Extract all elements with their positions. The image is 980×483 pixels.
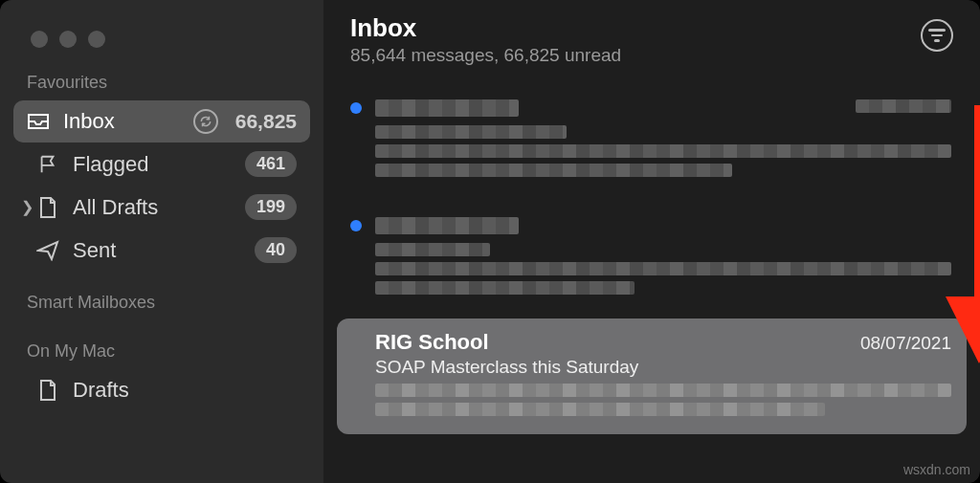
flagged-badge: 461 [245, 151, 297, 177]
message-list[interactable]: RIG School 08/07/2021 SOAP Masterclass t… [323, 77, 980, 483]
page-title: Inbox [350, 13, 621, 43]
document-icon [36, 196, 59, 219]
message-row[interactable] [337, 201, 967, 313]
message-date: 08/07/2021 [860, 333, 951, 354]
watermark: wsxdn.com [903, 462, 970, 477]
redacted-preview [375, 384, 951, 397]
all-drafts-label: All Drafts [73, 195, 232, 220]
send-icon [36, 240, 59, 261]
document-icon [36, 379, 59, 402]
flag-icon [36, 154, 59, 175]
inbox-label: Inbox [63, 109, 180, 134]
unread-dot-icon [350, 220, 362, 231]
main-header: Inbox 85,644 messages, 66,825 unread [323, 0, 980, 77]
sidebar-item-all-drafts[interactable]: ❯ All Drafts 199 [13, 186, 310, 229]
redacted-preview [375, 281, 635, 295]
redacted-preview [375, 262, 951, 275]
redacted-subject [375, 125, 567, 139]
sync-icon [193, 109, 218, 134]
redacted-sender [375, 217, 519, 234]
message-row[interactable] [337, 83, 967, 195]
filter-button[interactable] [921, 19, 953, 52]
local-drafts-label: Drafts [73, 378, 297, 403]
sidebar-item-flagged[interactable]: Flagged 461 [13, 143, 310, 186]
all-drafts-badge: 199 [245, 194, 297, 220]
section-favourites: Favourites [13, 73, 310, 100]
message-sender: RIG School [375, 330, 489, 355]
minimize-window-button[interactable] [59, 31, 77, 48]
main-pane: Inbox 85,644 messages, 66,825 unread [323, 0, 980, 483]
flagged-label: Flagged [73, 152, 232, 177]
sent-badge: 40 [255, 237, 297, 263]
inbox-count: 66,825 [235, 110, 297, 133]
redacted-subject [375, 243, 490, 256]
sent-label: Sent [73, 238, 241, 263]
redacted-sender [375, 99, 519, 117]
sidebar-item-local-drafts[interactable]: Drafts [13, 369, 310, 411]
close-window-button[interactable] [31, 31, 48, 48]
redacted-date [856, 99, 951, 113]
sidebar-item-inbox[interactable]: Inbox 66,825 [13, 100, 310, 143]
zoom-window-button[interactable] [88, 31, 105, 48]
page-subtitle: 85,644 messages, 66,825 unread [350, 45, 621, 66]
redacted-preview [375, 164, 732, 177]
redacted-preview [375, 403, 825, 416]
section-on-my-mac: On My Mac [13, 341, 310, 369]
inbox-icon [27, 112, 50, 131]
section-smart-mailboxes: Smart Mailboxes [13, 293, 310, 320]
message-row-selected[interactable]: RIG School 08/07/2021 SOAP Masterclass t… [337, 318, 967, 434]
redacted-preview [375, 144, 951, 158]
chevron-right-icon[interactable]: ❯ [21, 198, 31, 216]
window-controls [13, 23, 310, 73]
sidebar-item-sent[interactable]: Sent 40 [13, 229, 310, 272]
sidebar: Favourites Inbox 66,825 Flagged 461 ❯ [0, 0, 323, 483]
unread-dot-icon [350, 102, 362, 114]
message-subject: SOAP Masterclass this Saturday [375, 357, 951, 378]
